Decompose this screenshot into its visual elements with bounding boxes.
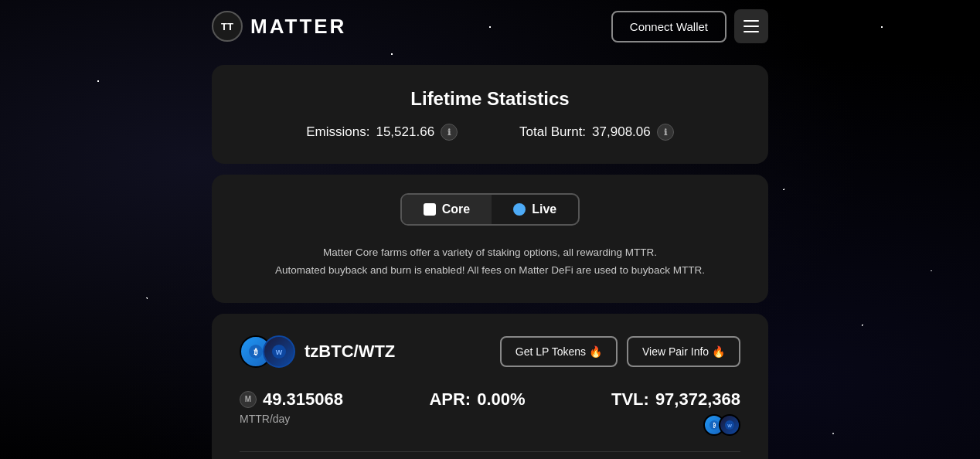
svg-text:₿: ₿ xyxy=(712,422,715,428)
total-burnt-label: Total Burnt: xyxy=(519,124,586,140)
stats-title: Lifetime Statistics xyxy=(243,88,737,110)
farm-actions: Get LP Tokens 🔥 View Pair Info 🔥 xyxy=(500,336,740,367)
svg-text:W: W xyxy=(276,348,283,356)
tvl-value: 97,372,368 xyxy=(655,389,740,410)
farm-card: ₿ W tzBTC/WTZ Get LP Tokens 🔥 View Pair … xyxy=(212,314,768,459)
tvl-token-icons: ₿ W xyxy=(611,414,740,436)
farm-title-area: ₿ W tzBTC/WTZ xyxy=(240,335,395,368)
live-tab-button[interactable]: Live xyxy=(492,195,578,224)
core-tab-icon xyxy=(424,203,436,216)
tvl-row: TVL: 97,372,368 xyxy=(611,389,740,410)
svg-text:₿: ₿ xyxy=(254,348,258,356)
emissions-icon: ℹ xyxy=(441,124,458,141)
get-lp-tokens-button[interactable]: Get LP Tokens 🔥 xyxy=(500,336,618,367)
farm-pair-name: tzBTC/WTZ xyxy=(305,342,395,362)
apr-label: APR: xyxy=(429,389,471,410)
core-tab-button[interactable]: Core xyxy=(402,195,492,224)
logo-area: TT MATTER xyxy=(212,11,346,42)
apr-stat: APR: 0.00% xyxy=(429,389,525,413)
burnt-icon: ℹ xyxy=(657,124,674,141)
apr-value: 0.00% xyxy=(477,389,525,410)
svg-text:W: W xyxy=(727,423,732,428)
logo-icon: TT xyxy=(212,11,243,42)
connect-wallet-button[interactable]: Connect Wallet xyxy=(611,11,726,42)
mttr-amount-row: M 49.315068 xyxy=(240,389,343,410)
logo-text: MATTER xyxy=(250,15,346,39)
view-pair-info-button[interactable]: View Pair Info 🔥 xyxy=(627,336,740,367)
tvl-label: TVL: xyxy=(611,389,649,410)
core-tab-label: Core xyxy=(442,202,470,216)
mttr-per-day-label: MTTR/day xyxy=(240,413,343,425)
farm-header: ₿ W tzBTC/WTZ Get LP Tokens 🔥 View Pair … xyxy=(240,335,740,368)
farm-stats: M 49.315068 MTTR/day APR: 0.00% TVL: 97,… xyxy=(240,389,740,436)
emissions-stat: Emissions: 15,521.66 ℹ xyxy=(306,124,458,141)
menu-line xyxy=(744,20,759,22)
toggle-desc-line2: Automated buyback and burn is enabled! A… xyxy=(243,262,737,280)
mttr-icon: M xyxy=(240,391,257,408)
hamburger-menu-button[interactable] xyxy=(734,9,768,43)
emissions-value: 15,521.66 xyxy=(376,124,434,140)
apr-row: APR: 0.00% xyxy=(429,389,525,410)
total-burnt-value: 37,908.06 xyxy=(592,124,651,140)
emissions-label: Emissions: xyxy=(306,124,369,140)
header-right: Connect Wallet xyxy=(611,9,768,43)
farm-divider xyxy=(240,451,740,452)
total-burnt-stat: Total Burnt: 37,908.06 ℹ xyxy=(519,124,674,141)
live-tab-label: Live xyxy=(532,202,556,216)
lifetime-stats-card: Lifetime Statistics Emissions: 15,521.66… xyxy=(212,65,768,164)
mttr-per-day-stat: M 49.315068 MTTR/day xyxy=(240,389,343,425)
tvl-stat: TVL: 97,372,368 ₿ W xyxy=(611,389,740,436)
mttr-amount: 49.315068 xyxy=(263,389,343,410)
toggle-description: Matter Core farms offer a variety of sta… xyxy=(243,244,737,280)
tvl-wtz-icon: W xyxy=(719,414,740,436)
menu-line xyxy=(744,26,759,27)
header: TT MATTER Connect Wallet xyxy=(212,0,768,53)
toggle-desc-line1: Matter Core farms offer a variety of sta… xyxy=(243,244,737,262)
stats-row: Emissions: 15,521.66 ℹ Total Burnt: 37,9… xyxy=(243,124,737,141)
toggle-card: Core Live Matter Core farms offer a vari… xyxy=(212,175,768,303)
live-tab-icon xyxy=(513,203,526,216)
wtz-icon: W xyxy=(263,335,295,368)
token-icons: ₿ W xyxy=(240,335,295,368)
toggle-group: Core Live xyxy=(400,193,580,226)
menu-line xyxy=(744,31,759,32)
